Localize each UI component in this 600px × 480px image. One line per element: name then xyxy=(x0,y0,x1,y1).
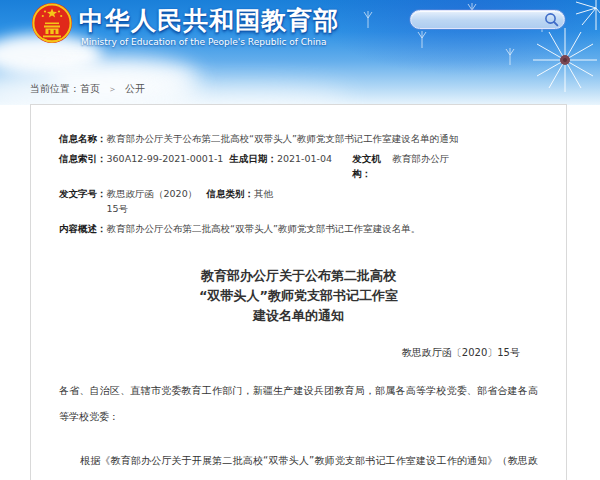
meta-index-label: 信息索引： xyxy=(59,151,107,166)
site-subtitle: Ministry of Education of the People's Re… xyxy=(81,37,326,47)
meta-index-value: 360A12-99-2021-0001-1 xyxy=(107,151,224,166)
search-bar[interactable] xyxy=(410,10,565,29)
document-meta-table: 信息名称： 教育部办公厅关于公布第二批高校“双带头人”教师党支部书记工作室建设名… xyxy=(59,131,538,236)
document-title-line2: “双带头人”教师党支部书记工作室 xyxy=(59,286,538,306)
breadcrumb-current-link[interactable]: 公开 xyxy=(125,83,145,94)
meta-row-summary: 内容概述： 教育部办公厅公布第二批高校“双带头人”教师党支部书记工作室建设名单。 xyxy=(59,221,538,236)
breadcrumb-separator: ＞ xyxy=(108,84,117,94)
site-header: 中华人民共和国教育部 Ministry of Education of the … xyxy=(0,0,600,105)
meta-org-value: 教育部办公厅 xyxy=(392,151,449,166)
meta-summary-label: 内容概述： xyxy=(59,221,107,236)
page: 中华人民共和国教育部 Ministry of Education of the … xyxy=(0,0,600,480)
meta-name-label: 信息名称： xyxy=(59,131,107,146)
document-number: 教思政厅函〔2020〕15号 xyxy=(59,346,538,360)
meta-summary-value: 教育部办公厅公布第二批高校“双带头人”教师党支部书记工作室建设名单。 xyxy=(107,221,421,236)
document-salutation: 各省、自治区、直辖市党委教育工作部门，新疆生产建设兵团教育局，部属各高等学校党委… xyxy=(59,378,538,430)
content-panel: 信息名称： 教育部办公厅关于公布第二批高校“双带头人”教师党支部书记工作室建设名… xyxy=(30,104,567,480)
site-title: 中华人民共和国教育部 xyxy=(79,4,339,37)
document-body: 各省、自治区、直辖市党委教育工作部门，新疆生产建设兵团教育局，部属各高等学校党委… xyxy=(59,378,538,480)
meta-org-label: 发文机构： xyxy=(352,151,392,181)
meta-docno-value: 教思政厅函（2020）15号 xyxy=(107,186,207,216)
meta-type-value: 其他 xyxy=(254,186,273,201)
search-icon xyxy=(544,12,559,27)
meta-row-name: 信息名称： 教育部办公厅关于公布第二批高校“双带头人”教师党支部书记工作室建设名… xyxy=(59,131,538,146)
document-title-line3: 建设名单的通知 xyxy=(59,306,538,326)
meta-row-docno-type: 发文字号： 教思政厅函（2020）15号 信息类别： 其他 xyxy=(59,186,538,216)
meta-name-value: 教育部办公厅关于公布第二批高校“双带头人”教师党支部书记工作室建设名单的通知 xyxy=(107,131,459,146)
meta-date-value: 2021-01-04 xyxy=(277,151,332,166)
meta-date-label: 生成日期： xyxy=(229,151,277,166)
national-emblem-icon xyxy=(31,1,73,47)
cloud-decoration xyxy=(150,86,350,105)
search-input[interactable] xyxy=(423,12,544,27)
search-button[interactable] xyxy=(544,12,559,27)
breadcrumb-home-link[interactable]: 首页 xyxy=(80,83,100,94)
meta-row-index-date-org: 信息索引： 360A12-99-2021-0001-1 生成日期： 2021-0… xyxy=(59,151,538,181)
breadcrumb-prefix: 当前位置： xyxy=(30,83,80,94)
meta-docno-label: 发文字号： xyxy=(59,186,107,201)
document-paragraph-1: 根据《教育部办公厅关于开展第二批高校“双带头人”教师党支部书记工作室建设工作的通… xyxy=(59,448,538,480)
breadcrumb: 当前位置：首页＞公开 xyxy=(30,82,145,96)
document-title-line1: 教育部办公厅关于公布第二批高校 xyxy=(59,266,538,286)
meta-type-label: 信息类别： xyxy=(207,186,255,201)
document-title: 教育部办公厅关于公布第二批高校 “双带头人”教师党支部书记工作室 建设名单的通知 xyxy=(59,266,538,326)
